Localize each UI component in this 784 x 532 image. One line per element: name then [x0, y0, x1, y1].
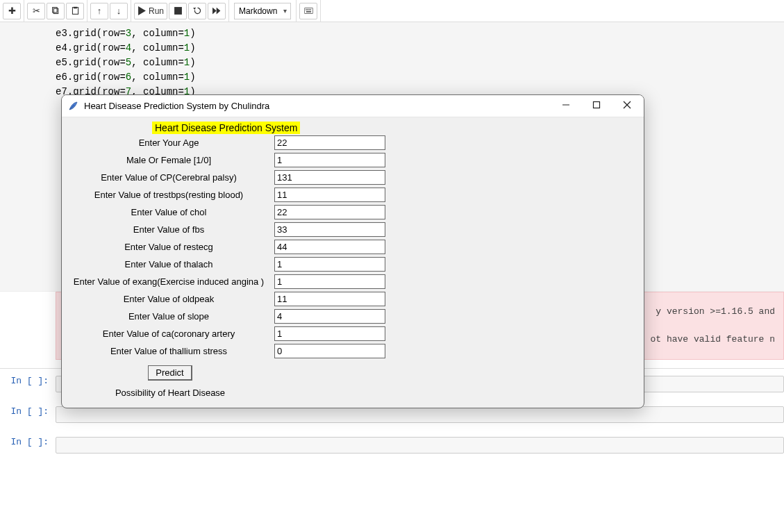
stop-icon: [174, 6, 183, 15]
clipboard-icon: [71, 6, 80, 15]
input-thal[interactable]: [274, 344, 385, 358]
svg-marker-8: [216, 8, 220, 15]
svg-rect-12: [308, 9, 309, 10]
predict-button[interactable]: Predict: [148, 365, 192, 381]
input-thalach[interactable]: [274, 257, 385, 272]
input-ca[interactable]: [274, 326, 385, 341]
label-fbs: Enter Value of fbs: [66, 224, 274, 235]
cell-prompt: In [ ]:: [0, 437, 56, 454]
copy-button[interactable]: [47, 3, 65, 19]
restart-button[interactable]: [188, 3, 206, 19]
svg-marker-4: [138, 6, 146, 15]
svg-rect-13: [310, 9, 310, 10]
label-oldpeak: Enter Value of oldpeak: [66, 294, 274, 304]
scissors-icon: ✂: [33, 6, 40, 16]
input-chol[interactable]: [274, 205, 385, 219]
svg-rect-14: [306, 11, 310, 12]
empty-cell-3[interactable]: In [ ]:: [0, 430, 784, 460]
input-exang[interactable]: [274, 274, 385, 289]
svg-rect-11: [307, 9, 308, 10]
arrow-up-icon: ↑: [97, 6, 102, 16]
input-sex[interactable]: [274, 153, 385, 167]
arrow-down-icon: ↓: [117, 6, 122, 16]
insert-cell-button[interactable]: ✚: [3, 3, 21, 19]
label-restecg: Enter Value of restecg: [66, 242, 274, 252]
label-thalach: Enter Value of thalach: [66, 259, 274, 269]
input-slope[interactable]: [274, 309, 385, 324]
label-exang: Enter Value of exang(Exercise induced an…: [66, 276, 274, 287]
cell-prompt: In [ ]:: [0, 376, 56, 392]
input-trestbps[interactable]: [274, 188, 385, 202]
celltype-select-input[interactable]: Markdown: [234, 3, 291, 19]
label-cp: Enter Value of CP(Cerebral palsy): [66, 172, 274, 183]
move-up-button[interactable]: ↑: [90, 3, 108, 19]
cell-input-area[interactable]: [56, 406, 784, 423]
svg-rect-5: [174, 7, 182, 15]
label-thal: Enter Value of thallium stress: [66, 346, 274, 356]
play-icon: [137, 6, 147, 15]
window-title: Heart Disease Prediction System by Chuli…: [84, 101, 269, 111]
run-button-label: Run: [149, 6, 164, 16]
interrupt-button[interactable]: [169, 3, 187, 19]
keyboard-icon: [304, 6, 313, 15]
svg-rect-0: [53, 8, 58, 13]
close-icon: [623, 101, 631, 111]
label-age: Enter Your Age: [66, 138, 274, 148]
restart-run-all-button[interactable]: [208, 3, 226, 19]
maximize-button[interactable]: [581, 96, 612, 117]
close-button[interactable]: [612, 96, 642, 117]
predict-button-label: Predict: [156, 367, 183, 378]
copy-icon: [51, 6, 60, 15]
move-down-button[interactable]: ↓: [110, 3, 128, 19]
run-button[interactable]: Run: [134, 3, 167, 19]
label-trestbps: Enter Value of trestbps(resting blood): [66, 190, 274, 200]
label-slope: Enter Value of slope: [66, 311, 274, 322]
input-oldpeak[interactable]: [274, 292, 385, 306]
feather-icon: [67, 101, 78, 112]
form-heading: Heart Disease Prediction System: [152, 122, 300, 134]
input-restecg[interactable]: [274, 240, 385, 254]
input-age[interactable]: [274, 135, 385, 150]
command-palette-button[interactable]: [299, 3, 317, 19]
label-chol: Enter Value of chol: [66, 207, 274, 217]
svg-marker-6: [193, 8, 196, 10]
input-cp[interactable]: [274, 170, 385, 185]
celltype-select[interactable]: Markdown: [231, 3, 294, 19]
svg-rect-9: [304, 8, 312, 14]
window-titlebar: Heart Disease Prediction System by Chuli…: [62, 95, 644, 117]
label-ca: Enter Value of ca(coronary artery: [66, 329, 274, 339]
code-cell-text: e3.grid(row=3, column=1) e4.grid(row=4, …: [0, 26, 784, 103]
fast-forward-icon: [212, 6, 222, 15]
cell-prompt: In [ ]:: [0, 406, 56, 423]
tk-form: Enter Your Age Male Or Female [1/0] Ente…: [66, 135, 640, 398]
input-fbs[interactable]: [274, 222, 385, 237]
result-label: Possibility of Heart Disease: [66, 388, 274, 398]
tk-body: Heart Disease Prediction System Enter Yo…: [62, 117, 644, 408]
svg-rect-17: [594, 102, 600, 108]
svg-rect-3: [74, 7, 77, 8]
minimize-button[interactable]: [551, 96, 581, 117]
minimize-icon: [562, 101, 570, 111]
svg-rect-10: [306, 9, 306, 10]
tkinter-window: Heart Disease Prediction System by Chuli…: [61, 94, 644, 408]
cell-input-area[interactable]: [56, 437, 784, 454]
paste-button[interactable]: [66, 3, 84, 19]
cut-button[interactable]: ✂: [27, 3, 45, 19]
restart-icon: [193, 6, 202, 15]
label-sex: Male Or Female [1/0]: [66, 155, 274, 165]
svg-marker-7: [212, 8, 217, 15]
plus-icon: ✚: [8, 6, 16, 16]
jupyter-toolbar: ✚ ✂ ↑ ↓ Run: [0, 0, 784, 22]
maximize-icon: [592, 101, 601, 111]
